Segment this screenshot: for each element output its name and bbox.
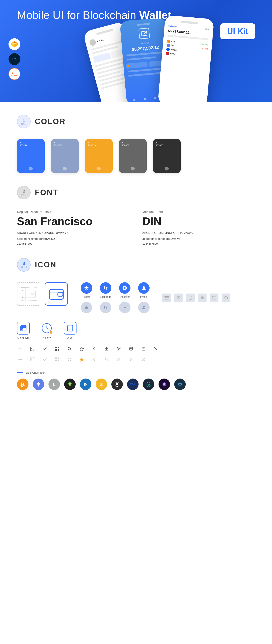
svg-point-23	[178, 297, 179, 298]
crypto-siacoin[interactable]: SC	[143, 378, 154, 390]
toolbar-plus[interactable]	[17, 346, 24, 352]
toolbar-forward-gray	[128, 356, 134, 362]
svg-rect-64	[55, 358, 57, 359]
action-icons-row: Mangment History	[17, 322, 255, 339]
wireframe-icons	[17, 282, 68, 306]
icon-exchange-blue[interactable]: Exchange	[100, 282, 111, 298]
icon-assets-blue[interactable]: Assets	[81, 282, 92, 298]
toolbar-resize[interactable]	[140, 346, 146, 352]
icon-profile-gray[interactable]	[138, 302, 150, 313]
toolbar-back[interactable]	[91, 346, 97, 352]
svg-rect-41	[30, 349, 32, 351]
svg-rect-67	[58, 360, 59, 361]
svg-rect-39	[32, 347, 35, 347]
toolbar-refresh-gray	[66, 356, 73, 362]
toolbar-grid-gray	[54, 356, 60, 362]
svg-text:i: i	[226, 297, 226, 299]
toolbar-check[interactable]	[42, 346, 48, 352]
svg-rect-40	[32, 348, 34, 348]
crypto-neo[interactable]	[64, 378, 76, 390]
crypto-iota[interactable]	[111, 378, 123, 390]
toolbar-check-gray	[42, 356, 48, 362]
icon-discover-gray[interactable]	[119, 302, 130, 313]
crypto-zcash[interactable]: Z	[96, 378, 107, 390]
crypto-bitcoin[interactable]	[17, 378, 28, 390]
ps-badge: Ps	[8, 53, 20, 65]
section-header-icon: 3 THREE ICON	[17, 258, 255, 272]
nav-icons-group: Assets Exchange	[81, 282, 150, 313]
hero-title: Mobile UI for Blockchain Wallet	[17, 8, 171, 22]
svg-rect-66	[55, 360, 57, 361]
color-swatch-orange[interactable]: #F5A623	[85, 139, 112, 173]
sketch-badge	[8, 38, 20, 50]
icon-discover-blue[interactable]: Discover	[119, 282, 130, 298]
crypto-waves[interactable]	[127, 378, 138, 390]
font-grid: Regular · Medium · Bold San Francisco AB…	[17, 210, 255, 245]
svg-rect-9	[144, 32, 147, 34]
svg-rect-42	[32, 349, 35, 350]
svg-marker-68	[80, 358, 84, 362]
toolbar-list-gray	[29, 356, 36, 362]
toolbar-upload[interactable]	[128, 346, 134, 352]
color-swatch-blue[interactable]: #3574FA	[17, 139, 44, 173]
svg-rect-46	[55, 349, 57, 351]
color-title: COLOR	[35, 117, 66, 126]
icon-assets-gray[interactable]	[81, 302, 92, 313]
crypto-other[interactable]	[174, 378, 186, 390]
toolbar-star-active[interactable]	[78, 356, 85, 362]
screens-badge: 60+ Screens	[8, 68, 20, 80]
icon-profile-blue[interactable]: Profile	[138, 282, 150, 298]
crypto-ethereum[interactable]	[33, 378, 44, 390]
section-number-3: 3 THREE	[17, 258, 30, 272]
svg-rect-58	[30, 358, 32, 359]
svg-rect-25	[212, 296, 216, 299]
color-swatch-darkgray[interactable]: #303030	[153, 139, 180, 173]
svg-text:i: i	[143, 358, 144, 361]
toolbar-close[interactable]	[152, 346, 159, 352]
toolbar-share[interactable]	[103, 346, 110, 352]
svg-line-49	[70, 350, 72, 350]
extra-icons-gray: i	[162, 294, 230, 302]
toolbar-list[interactable]	[29, 346, 36, 352]
svg-rect-21	[164, 299, 169, 300]
toolbar-star[interactable]	[78, 346, 85, 352]
svg-rect-11	[58, 292, 63, 296]
color-swatch-grayblue[interactable]: #8DA0C8	[51, 139, 78, 173]
svg-point-17	[124, 307, 126, 308]
ui-kit-badge: UI Kit	[220, 24, 255, 39]
svg-rect-47	[58, 349, 59, 351]
color-section: 1 ONE COLOR #3574FA #8DA0C8 #F5A623	[17, 115, 255, 173]
icon-history[interactable]: History	[40, 322, 53, 339]
svg-rect-45	[58, 347, 59, 348]
toolbar-settings[interactable]	[116, 346, 122, 352]
svg-rect-63	[32, 361, 34, 361]
icon-title: ICON	[35, 260, 56, 269]
wireframe-icon-1	[17, 282, 40, 306]
main-content: 1 ONE COLOR #3574FA #8DA0C8 #F5A623	[0, 102, 272, 416]
svg-rect-62	[32, 360, 35, 360]
toolbar-info-gray: i	[140, 356, 146, 362]
svg-text:Z: Z	[100, 382, 103, 387]
svg-rect-65	[58, 358, 59, 359]
color-swatch-gray[interactable]: #666666	[119, 139, 146, 173]
section-number-1: 1 ONE	[17, 115, 30, 128]
svg-text:Ł: Ł	[53, 382, 56, 387]
svg-rect-59	[32, 358, 35, 358]
crypto-litecoin[interactable]: Ł	[48, 378, 60, 390]
crypto-icons-row: Ł D Z	[17, 378, 255, 390]
crypto-polygon[interactable]	[158, 378, 170, 390]
svg-rect-10	[49, 290, 63, 299]
toolbar-back-gray	[91, 356, 97, 362]
icon-mangment[interactable]: Mangment	[17, 322, 30, 339]
toolbar-icons-row1	[17, 346, 255, 352]
font-title: FONT	[35, 188, 58, 197]
font-block-sf: Regular · Medium · Bold San Francisco AB…	[17, 210, 130, 245]
svg-marker-50	[80, 347, 84, 351]
svg-rect-61	[30, 360, 32, 361]
toolbar-search[interactable]	[66, 346, 73, 352]
icon-order[interactable]: Order	[64, 322, 76, 339]
toolbar-grid[interactable]	[54, 346, 60, 352]
crypto-dash[interactable]: D	[80, 378, 92, 390]
svg-marker-82	[116, 383, 118, 386]
icon-exchange-gray[interactable]	[100, 302, 111, 313]
